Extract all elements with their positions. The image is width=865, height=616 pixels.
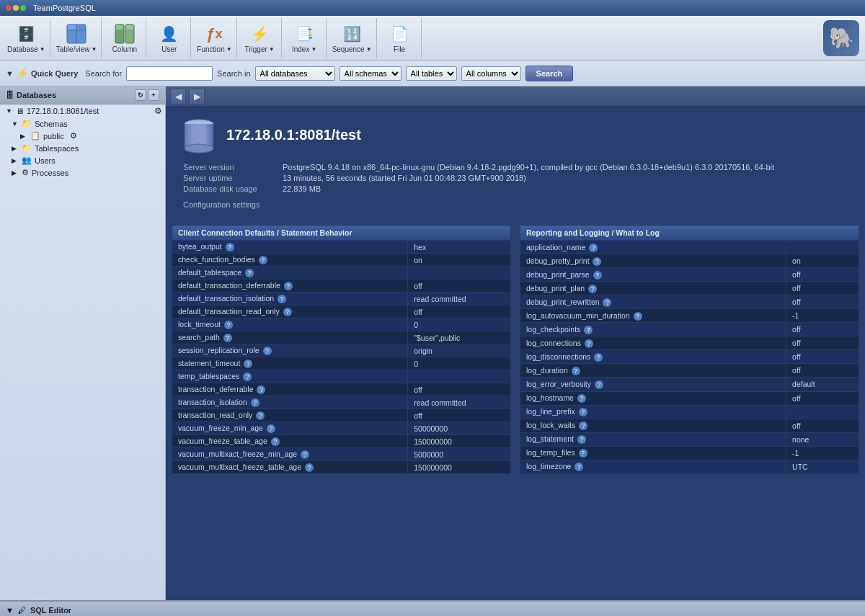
config-value: hex bbox=[408, 241, 511, 254]
sidebar-item-schemas[interactable]: ▼ 📁 Schemas bbox=[0, 117, 165, 130]
help-icon[interactable]: ? bbox=[223, 334, 232, 342]
help-icon[interactable]: ? bbox=[251, 398, 260, 407]
help-icon[interactable]: ? bbox=[244, 360, 252, 368]
maximize-icon[interactable] bbox=[20, 5, 26, 11]
collapse-arrow-icon[interactable]: ▼ bbox=[6, 69, 14, 78]
schema-settings-icon[interactable]: ⚙ bbox=[70, 131, 77, 140]
main-layout: 🗄 Databases ↻ + ▼ 🖥 172.18.0.1:8081/test… bbox=[0, 86, 865, 600]
config-name: debug_print_plan ? bbox=[520, 282, 786, 295]
help-icon[interactable]: ? bbox=[224, 321, 233, 329]
dropdown-arrow-icon: ▼ bbox=[366, 46, 372, 53]
config-value: off bbox=[786, 419, 859, 432]
help-icon[interactable]: ? bbox=[634, 312, 642, 321]
toolbar-trigger[interactable]: ⚡ Trigger ▼ bbox=[239, 18, 282, 58]
config-name: vacuum_freeze_min_age ? bbox=[172, 422, 408, 435]
nav-forward-icon[interactable]: ▶ bbox=[189, 89, 205, 104]
config-value: off bbox=[408, 280, 511, 293]
help-icon[interactable]: ? bbox=[245, 269, 254, 277]
collapse-arrow-icon[interactable]: ▼ bbox=[6, 606, 14, 615]
config-name: lock_timeout ? bbox=[172, 318, 408, 331]
database-folder-icon: 🗄 bbox=[6, 91, 14, 99]
help-icon[interactable]: ? bbox=[577, 394, 586, 403]
toolbar-sequence[interactable]: 🔢 Sequence ▼ bbox=[328, 18, 377, 58]
help-icon[interactable]: ? bbox=[278, 295, 286, 303]
help-icon[interactable]: ? bbox=[284, 282, 293, 290]
help-icon[interactable]: ? bbox=[579, 421, 587, 430]
toolbar-index[interactable]: 📑 Index ▼ bbox=[283, 18, 327, 58]
sidebar-item-server[interactable]: ▼ 🖥 172.18.0.1:8081/test ⚙ bbox=[0, 104, 165, 117]
table-select[interactable]: All tables bbox=[406, 66, 457, 81]
help-icon[interactable]: ? bbox=[263, 347, 272, 355]
table-row: temp_tablespaces ? bbox=[172, 370, 511, 383]
search-input[interactable] bbox=[126, 66, 213, 81]
sidebar-item-public[interactable]: ▶ 📋 public ⚙ bbox=[0, 130, 165, 142]
help-icon[interactable]: ? bbox=[257, 385, 265, 394]
help-icon[interactable]: ? bbox=[267, 424, 275, 433]
help-icon[interactable]: ? bbox=[579, 408, 587, 416]
sql-editor-icon: 🖊 bbox=[18, 606, 26, 615]
help-icon[interactable]: ? bbox=[226, 243, 234, 251]
help-icon[interactable]: ? bbox=[271, 437, 280, 446]
help-icon[interactable]: ? bbox=[579, 449, 587, 457]
help-icon[interactable]: ? bbox=[594, 353, 603, 362]
table-row: log_temp_files ? -1 bbox=[520, 446, 859, 460]
help-icon[interactable]: ? bbox=[259, 256, 267, 264]
help-icon[interactable]: ? bbox=[572, 367, 580, 375]
help-icon[interactable]: ? bbox=[593, 271, 602, 280]
config-name: vacuum_freeze_table_age ? bbox=[172, 435, 408, 448]
sidebar-item-tablespaces[interactable]: ▶ 📁 Tablespaces bbox=[0, 142, 165, 154]
nav-back-icon[interactable]: ◀ bbox=[170, 89, 186, 104]
toolbar-file[interactable]: 📄 File bbox=[378, 18, 422, 58]
toolbar-table[interactable]: Table/view ▼ bbox=[52, 18, 102, 58]
config-name: vacuum_multixact_freeze_min_age ? bbox=[172, 448, 408, 461]
table-row: log_line_prefix ? bbox=[520, 405, 859, 419]
help-icon[interactable]: ? bbox=[301, 450, 309, 459]
table-row: transaction_deferrable ? off bbox=[172, 383, 511, 396]
help-icon[interactable]: ? bbox=[305, 463, 314, 472]
left-table-header: Client Connection Defaults / Statement B… bbox=[172, 226, 511, 241]
refresh-icon[interactable]: ↻ bbox=[135, 89, 146, 101]
table-row: default_transaction_deferrable ? off bbox=[172, 280, 511, 293]
config-value: 5000000 bbox=[408, 448, 511, 461]
help-icon[interactable]: ? bbox=[577, 435, 586, 444]
close-icon[interactable] bbox=[6, 5, 12, 11]
help-icon[interactable]: ? bbox=[595, 380, 603, 389]
db-title: 172.18.0.1:8081/test bbox=[226, 127, 361, 146]
config-name: log_duration ? bbox=[520, 364, 786, 378]
index-icon: 📑 bbox=[293, 22, 316, 45]
svg-rect-6 bbox=[116, 25, 123, 30]
add-icon[interactable]: + bbox=[148, 89, 159, 101]
help-icon[interactable]: ? bbox=[585, 339, 593, 348]
table-row: statement_timeout ? 0 bbox=[172, 357, 511, 370]
sidebar-item-processes[interactable]: ▶ ⚙ Processes bbox=[0, 166, 165, 179]
help-icon[interactable]: ? bbox=[589, 244, 598, 252]
help-icon[interactable]: ? bbox=[593, 257, 601, 266]
table-row: debug_pretty_print ? on bbox=[520, 254, 859, 268]
help-icon[interactable]: ? bbox=[256, 411, 265, 420]
help-icon[interactable]: ? bbox=[588, 285, 597, 293]
settings-icon[interactable]: ⚙ bbox=[154, 106, 162, 116]
search-button[interactable]: Search bbox=[525, 66, 574, 81]
config-name: vacuum_multixact_freeze_table_age ? bbox=[172, 461, 408, 474]
help-icon[interactable]: ? bbox=[584, 326, 593, 334]
config-value bbox=[786, 405, 859, 419]
toolbar-function[interactable]: ƒx Function ▼ bbox=[192, 18, 236, 58]
search-in-select[interactable]: All databases Current database bbox=[255, 66, 335, 81]
schema-select[interactable]: All schemas bbox=[340, 66, 402, 81]
config-name: debug_print_rewritten ? bbox=[520, 295, 786, 309]
toolbar-database[interactable]: 🗄️ Database ▼ bbox=[3, 18, 50, 58]
help-icon[interactable]: ? bbox=[243, 372, 252, 381]
help-icon[interactable]: ? bbox=[575, 463, 583, 471]
minimize-icon[interactable] bbox=[13, 5, 19, 11]
help-icon[interactable]: ? bbox=[283, 308, 292, 316]
toolbar-column[interactable]: Column bbox=[103, 18, 146, 58]
config-value: off bbox=[786, 282, 859, 295]
sidebar-item-users[interactable]: ▶ 👥 Users bbox=[0, 154, 165, 166]
table-row: bytea_output ? hex bbox=[172, 241, 511, 254]
config-name: log_connections ? bbox=[520, 336, 786, 350]
config-value: off bbox=[786, 295, 859, 309]
toolbar-user[interactable]: 👤 User bbox=[148, 18, 191, 58]
column-select[interactable]: All columns bbox=[461, 66, 521, 81]
help-icon[interactable]: ? bbox=[603, 298, 611, 307]
config-value: 150000000 bbox=[408, 461, 511, 474]
